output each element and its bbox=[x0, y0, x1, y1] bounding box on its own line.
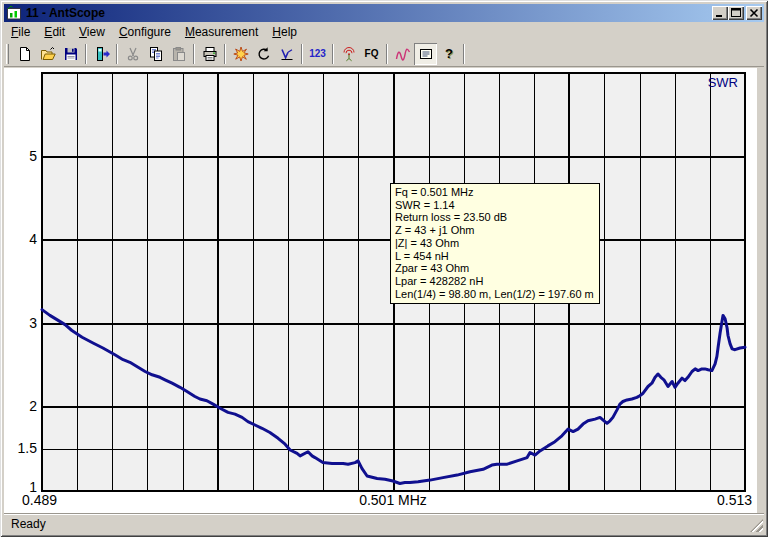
help-question-icon: ?? bbox=[441, 46, 457, 62]
swr-chart[interactable] bbox=[4, 68, 757, 513]
paste-button[interactable] bbox=[167, 43, 190, 65]
numeric-range-button[interactable]: 123 bbox=[306, 43, 329, 65]
calibrate-button[interactable] bbox=[229, 43, 252, 65]
swr-legend-label: SWR bbox=[708, 75, 738, 90]
close-icon[interactable] bbox=[746, 6, 762, 20]
help-button[interactable]: ?? bbox=[437, 43, 460, 65]
toolbar-separator bbox=[116, 44, 118, 64]
tooltip-line: Len(1/4) = 98.80 m, Len(1/2) = 197.60 m bbox=[395, 288, 594, 301]
toolbar-separator bbox=[193, 44, 195, 64]
y-axis-tick-label: 3 bbox=[4, 315, 37, 331]
open-file-button[interactable] bbox=[36, 43, 59, 65]
toolbar-separator bbox=[301, 44, 303, 64]
toolbar-separator bbox=[386, 44, 388, 64]
y-axis-tick-label: 4 bbox=[4, 231, 37, 247]
tooltip-line: Zpar = 43 Ohm bbox=[395, 262, 594, 275]
printer-icon bbox=[202, 46, 218, 62]
swr-curve-icon bbox=[395, 46, 411, 62]
clipboard-icon bbox=[171, 46, 187, 62]
measurement-tooltip: Fq = 0.501 MHzSWR = 1.14Return loss = 23… bbox=[390, 183, 600, 304]
resize-grip[interactable] bbox=[750, 519, 763, 532]
toolbar: 123FQ?? bbox=[4, 41, 764, 67]
tooltip-line: SWR = 1.14 bbox=[395, 199, 594, 212]
menu-bar: FileEditViewConfigureMeasurementHelp bbox=[4, 23, 764, 40]
fq-label-icon: FQ bbox=[365, 49, 379, 59]
connect-analyzer-button[interactable] bbox=[90, 43, 113, 65]
antscope-app-icon bbox=[6, 5, 22, 21]
menu-item-file[interactable]: File bbox=[4, 24, 37, 40]
menu-item-help[interactable]: Help bbox=[265, 24, 304, 40]
window-title: 11 - AntScope bbox=[25, 6, 709, 20]
antscope-window: 11 - AntScope FileEditViewConfigureMeasu… bbox=[0, 0, 768, 537]
continuous-scan-button[interactable] bbox=[252, 43, 275, 65]
new-document-icon bbox=[17, 46, 33, 62]
svg-text:?: ? bbox=[445, 46, 453, 61]
tooltip-line: Z = 43 + j1 Ohm bbox=[395, 224, 594, 237]
y-axis-tick-label: 2 bbox=[4, 398, 37, 414]
chart-panel: 11.52345 0.489 0.501 MHz 0.513 SWR Fq = … bbox=[4, 68, 757, 513]
tooltip-line: Lpar = 428282 nH bbox=[395, 275, 594, 288]
tooltip-line: L = 454 nH bbox=[395, 250, 594, 263]
new-file-button[interactable] bbox=[13, 43, 36, 65]
menu-item-view[interactable]: View bbox=[72, 24, 112, 40]
y-axis-tick-label: 5 bbox=[4, 148, 37, 164]
tooltip-line: Return loss = 23.50 dB bbox=[395, 211, 594, 224]
save-file-button[interactable] bbox=[59, 43, 82, 65]
v-chart-icon bbox=[279, 46, 295, 62]
open-folder-icon bbox=[40, 46, 56, 62]
swr-plot-button[interactable] bbox=[391, 43, 414, 65]
tooltip-line: |Z| = 43 Ohm bbox=[395, 237, 594, 250]
toolbar-separator bbox=[463, 44, 465, 64]
scissors-icon bbox=[125, 46, 141, 62]
toolbar-separator bbox=[224, 44, 226, 64]
toolbar-separator bbox=[85, 44, 87, 64]
status-text: Ready bbox=[11, 517, 46, 531]
menu-item-configure[interactable]: Configure bbox=[112, 24, 178, 40]
x-axis-label-end: 0.513 bbox=[717, 492, 752, 508]
antenna-icon bbox=[341, 46, 357, 62]
status-bar: Ready bbox=[4, 513, 764, 533]
save-floppy-icon bbox=[63, 46, 79, 62]
menu-item-edit[interactable]: Edit bbox=[37, 24, 72, 40]
copy-button[interactable] bbox=[144, 43, 167, 65]
notes-list-icon bbox=[418, 46, 434, 62]
print-button[interactable] bbox=[198, 43, 221, 65]
x-axis-label-center: 0.501 MHz bbox=[359, 492, 427, 508]
data-list-button[interactable] bbox=[414, 43, 437, 65]
menu-item-measurement[interactable]: Measurement bbox=[178, 24, 265, 40]
frequency-button[interactable]: FQ bbox=[360, 43, 383, 65]
maximize-button[interactable] bbox=[728, 6, 744, 20]
refresh-icon bbox=[256, 46, 272, 62]
toolbar-separator bbox=[332, 44, 334, 64]
export-device-icon bbox=[94, 46, 110, 62]
antenna-scan-button[interactable] bbox=[337, 43, 360, 65]
copy-icon bbox=[148, 46, 164, 62]
toolbar-grip[interactable] bbox=[6, 44, 9, 64]
tooltip-line: Fq = 0.501 MHz bbox=[395, 186, 594, 199]
graph-check-button[interactable] bbox=[275, 43, 298, 65]
title-bar[interactable]: 11 - AntScope bbox=[4, 4, 764, 22]
star-burst-icon bbox=[233, 46, 249, 62]
x-axis-label-start: 0.489 bbox=[22, 492, 57, 508]
cut-button[interactable] bbox=[121, 43, 144, 65]
y-axis-tick-label: 1.5 bbox=[4, 440, 37, 456]
minimize-button[interactable] bbox=[712, 6, 728, 20]
numbers-123-icon: 123 bbox=[309, 49, 326, 59]
